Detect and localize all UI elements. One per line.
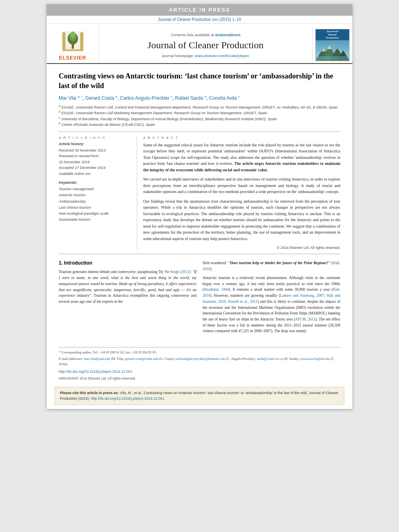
keywords-list: Tourism management Antarctic tourism Amb… — [59, 186, 132, 223]
email-carlos-angulo[interactable]: carlosangulo-preckler@hotmail.com — [175, 357, 225, 361]
email-rafael-sarda[interactable]: sarda@ceab.csic.es — [257, 357, 283, 361]
footnote-1: * Corresponding author. Tel.: +34 93 280… — [59, 350, 340, 355]
elsevier-label: ELSEVIER — [59, 55, 86, 61]
main-col-left: 1. Introduction Tourism generates intens… — [59, 260, 197, 337]
footnote-2: E-mail addresses: mar.vila@esad.edu (M. … — [59, 356, 340, 367]
banner-text: ARTICLE IN PRESS — [169, 7, 230, 13]
abstract-heading: A B S T R A C T — [143, 136, 340, 140]
svg-rect-2 — [80, 32, 83, 51]
section1-body-left: Tourism generates intense debate and con… — [59, 269, 197, 304]
cp-logo-image-placeholder — [316, 40, 349, 60]
intro-para-3: Antarctic tourism is a relatively recent… — [203, 275, 341, 334]
section1-heading: 1. Introduction — [59, 260, 197, 266]
journal-citation-text: Journal of Cleaner Production xxx (2015)… — [158, 17, 241, 22]
author-conxita-avila[interactable]: Conxita Avila — [209, 95, 237, 101]
homepage-url-link[interactable]: www.elsevier.com/locate/jclepro — [195, 53, 249, 58]
author-carlos-angulo[interactable]: Carlos Angulo-Preckler — [120, 95, 169, 101]
section1-body-right: field wondered: "Does tourism help or hi… — [203, 260, 341, 334]
sciencedirect-link[interactable]: ScienceDirect — [215, 33, 241, 37]
main-col-right: field wondered: "Does tourism help or hi… — [203, 260, 341, 337]
affiliations: a ESADE, Universitat Ramon Llull, Contro… — [59, 104, 340, 127]
intro-para-2: field wondered: "Does tourism help or hi… — [203, 260, 341, 272]
author-gerard-costa[interactable]: Gerard Costa — [85, 95, 114, 101]
authors-line: Mar Vila a, *, Gerard Costa b, Carlos An… — [59, 95, 340, 101]
author-mar-vila[interactable]: Mar Vila — [59, 95, 76, 101]
citation-doi-link[interactable]: http://dx.doi.org/10.1016/j.jclepro.2014… — [91, 396, 165, 401]
svg-rect-6 — [72, 43, 74, 49]
svg-rect-15 — [316, 56, 349, 60]
header-divider — [59, 131, 340, 132]
affiliation-c: c University of Barcelona, Faculty of Bi… — [59, 116, 340, 122]
article-dates: Received 30 November 2013 Received in re… — [59, 148, 132, 177]
cp-logo-image: Journal of Cleaner Production — [315, 29, 350, 61]
email-gerard-costa[interactable]: gerard.costa@esade.edu — [125, 357, 158, 361]
article-info-abstract-section: A R T I C L E I N F O Article history: R… — [59, 136, 340, 250]
article-title: Contrasting views on Antarctic tourism: … — [59, 71, 340, 91]
citation-bar: Please cite this article in press as: Vi… — [55, 387, 344, 405]
article-history-label: Article history: — [59, 142, 132, 146]
article-info-column: A R T I C L E I N F O Article history: R… — [59, 136, 137, 250]
affiliation-d: d Centre d'Estudis Avançats de Blanes (C… — [59, 121, 340, 127]
doi-link[interactable]: http://dx.doi.org/10.1016/j.jclepro.2014… — [59, 370, 132, 374]
copyright-line: © 2014 Elsevier Ltd. All rights reserved… — [143, 246, 340, 250]
cp-logo-box: Journal of Cleaner Production — [312, 27, 352, 63]
doi-line: http://dx.doi.org/10.1016/j.jclepro.2014… — [47, 368, 352, 376]
elsevier-tree-icon — [57, 29, 89, 53]
abstract-text: Some of the suggested critical issues fo… — [143, 142, 340, 242]
journal-homepage-line: journal homepage: www.elsevier.com/locat… — [162, 53, 249, 58]
svg-point-5 — [70, 32, 75, 39]
elsevier-logo-box: ELSEVIER — [47, 27, 99, 63]
abstract-para-3: Our findings reveal that the spontaneous… — [143, 198, 340, 242]
author-rafael-sarda[interactable]: Rafael Sarda — [175, 95, 203, 101]
affiliation-a: a ESADE, Universitat Ramon Llull, Contro… — [59, 104, 340, 110]
abstract-para-2: We carried out in-depth interviews of st… — [143, 176, 340, 195]
cite-prefix: Please cite this article in press as: — [60, 391, 120, 395]
affiliation-b: b ESADE, Universitat Ramon Llull Marketi… — [59, 110, 340, 116]
journal-header: ELSEVIER Contents lists available at Sci… — [47, 24, 352, 64]
issn-line: 0959-6526/© 2014 Elsevier Ltd. All right… — [47, 376, 352, 384]
abstract-para-1: Some of the suggested critical issues fo… — [143, 142, 340, 173]
main-content-section: 1. Introduction Tourism generates intens… — [59, 260, 340, 343]
article-info-heading: A R T I C L E I N F O — [59, 136, 132, 140]
footnotes-area: * Corresponding author. Tel.: +34 93 280… — [59, 347, 340, 366]
keywords-label: Keywords: — [59, 181, 132, 185]
abstract-column: A B S T R A C T Some of the suggested cr… — [143, 136, 340, 250]
contents-text: Contents lists available at — [171, 33, 214, 37]
content-divider — [59, 254, 340, 254]
article-in-press-banner: ARTICLE IN PRESS — [47, 4, 352, 16]
svg-rect-1 — [62, 32, 65, 51]
page: ARTICLE IN PRESS Journal of Cleaner Prod… — [47, 4, 352, 409]
email-conxita-avila[interactable]: conxita.avila@ub.edu — [300, 357, 329, 361]
journal-center: Contents lists available at ScienceDirec… — [99, 27, 312, 63]
intro-para-1: Tourism generates intense debate and con… — [59, 269, 197, 304]
homepage-prefix: journal homepage: — [162, 53, 194, 58]
journal-main-title: Journal of Cleaner Production — [148, 40, 264, 51]
svg-rect-7 — [63, 49, 82, 51]
cp-logo-top-text: Journal of Cleaner Production — [316, 29, 349, 40]
email-mar-vila[interactable]: mar.vila@esad.edu — [84, 357, 110, 361]
journal-info-bar: Journal of Cleaner Production xxx (2015)… — [47, 16, 352, 24]
article-body: Contrasting views on Antarctic tourism: … — [47, 71, 352, 343]
sciencedirect-line: Contents lists available at ScienceDirec… — [171, 33, 240, 37]
